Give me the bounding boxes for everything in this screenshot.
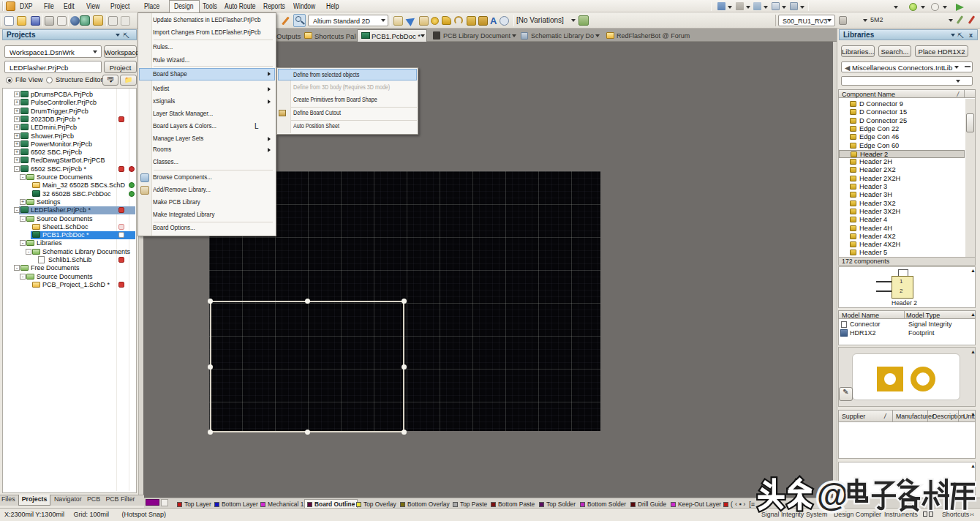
svg-text:@: @ xyxy=(817,477,848,513)
